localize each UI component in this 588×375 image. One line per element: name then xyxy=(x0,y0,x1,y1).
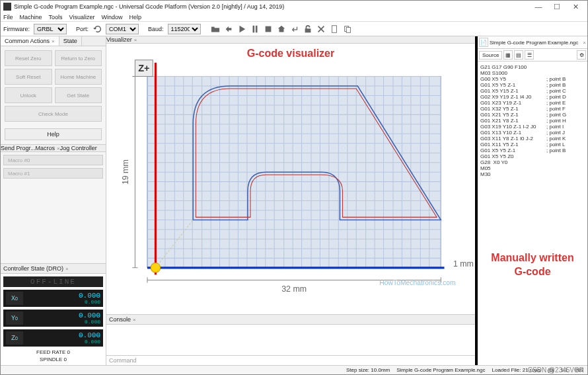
command-input[interactable] xyxy=(138,357,429,364)
gcode-line[interactable]: G01 X32 Y5 Z-1; point F xyxy=(480,106,585,112)
check-mode-button[interactable]: Check Mode xyxy=(5,106,102,122)
gcode-line[interactable]: G21 G17 G90 F100 xyxy=(480,64,585,70)
watermark: CSDN @2345VOR xyxy=(528,366,584,374)
reset-zero-button[interactable]: Reset Zero xyxy=(5,50,52,66)
axis-z-row: Z0 0.0000.000 xyxy=(3,329,103,347)
menu-window[interactable]: Window xyxy=(101,14,122,21)
folder-open-icon[interactable] xyxy=(210,24,221,34)
close-icon[interactable]: × xyxy=(134,37,137,43)
gcode-line[interactable]: M30 xyxy=(480,171,585,177)
titlebar: Simple G-code Program Example.ngc - Univ… xyxy=(1,1,587,13)
refresh-icon[interactable] xyxy=(92,24,103,34)
offline-status: OFF-LINE xyxy=(3,276,103,287)
tab-send-program[interactable]: Send Progr... xyxy=(1,145,36,151)
minimize-button[interactable]: — xyxy=(529,3,548,11)
stop-icon[interactable] xyxy=(263,24,274,34)
unlock-button[interactable]: Unlock xyxy=(5,87,52,103)
svg-rect-3 xyxy=(346,27,350,32)
axis-x-label[interactable]: X0 xyxy=(6,292,23,305)
close-button[interactable]: ✕ xyxy=(566,3,585,11)
gcode-line[interactable]: G01 X5 Y5 Z0 xyxy=(480,153,585,159)
close-icon[interactable]: × xyxy=(65,266,69,272)
tab-macros[interactable]: Macros× xyxy=(36,145,60,151)
dro-panel: OFF-LINE X0 0.0000.000 Y0 0.0000.000 Z0 … xyxy=(1,274,106,365)
window-title: Simple G-code Program Example.ngc - Univ… xyxy=(14,3,529,10)
firmware-select[interactable]: GRBL xyxy=(34,24,67,34)
home-icon[interactable] xyxy=(276,24,287,34)
port-label: Port: xyxy=(76,26,89,32)
menu-file[interactable]: File xyxy=(3,14,13,21)
spindle-label: SPINDLE 0 xyxy=(3,356,103,362)
maximize-button[interactable]: ☐ xyxy=(548,3,566,11)
gcode-line[interactable]: M05 xyxy=(480,165,585,171)
tab-jog-controller[interactable]: Jog Controller xyxy=(60,145,97,151)
statusbar: Step size: 10.0mm Simple G-code Program … xyxy=(1,365,587,374)
tab-state[interactable]: State xyxy=(59,36,82,46)
gcode-line[interactable]: G01 X5 Y15 Z-1; point C xyxy=(480,88,585,94)
source-tab[interactable]: Source xyxy=(479,51,502,60)
unlock-icon[interactable] xyxy=(303,24,313,34)
clipboard-icon[interactable] xyxy=(329,24,340,34)
status-step: Step size: 10.0mm xyxy=(346,367,390,373)
center-panel: Visualizer× G-code visualizer xyxy=(106,36,475,365)
manual-gcode-annotation: Manually writtenG-code xyxy=(478,251,587,279)
connect-icon[interactable] xyxy=(223,24,234,34)
macro-1-button[interactable]: Macro #1 xyxy=(3,168,103,179)
close-icon[interactable]: × xyxy=(583,40,586,46)
view-icon-2[interactable]: ▤ xyxy=(514,50,523,60)
gcode-line[interactable]: G01 X21 Y5 Z-1; point G xyxy=(480,112,585,118)
menu-machine[interactable]: Machine xyxy=(20,14,42,21)
axis-y-label[interactable]: Y0 xyxy=(6,312,23,325)
axis-z-label[interactable]: Z0 xyxy=(6,331,23,345)
help-button[interactable]: Help xyxy=(5,128,102,140)
gcode-line[interactable]: M03 S1000 xyxy=(480,70,585,76)
gcode-line[interactable]: G01 X11 Y5 Z-1; point L xyxy=(480,142,585,147)
menu-visualizer[interactable]: Visualizer xyxy=(69,14,95,21)
axis-z-machine: 0.000 xyxy=(23,339,100,345)
get-state-button[interactable]: Get State xyxy=(55,87,102,103)
gcode-line[interactable]: G01 X13 Y10 Z-1; point J xyxy=(480,130,585,136)
soft-reset-button[interactable]: Soft Reset xyxy=(5,69,52,85)
console-body[interactable] xyxy=(106,325,475,355)
menubar: File Machine Tools Visualizer Window Hel… xyxy=(1,13,587,22)
close-icon[interactable]: × xyxy=(133,317,136,323)
visualizer-annotation: G-code visualizer xyxy=(247,48,335,60)
reset-icon[interactable] xyxy=(316,24,326,34)
gcode-line[interactable]: G01 X21 Y8 Z-1; point H xyxy=(480,118,585,124)
tab-common-actions[interactable]: Common Actions× xyxy=(1,36,59,46)
gcode-line[interactable]: G01 X23 Y19 Z-1; point E xyxy=(480,100,585,106)
copy-icon[interactable] xyxy=(342,24,353,34)
close-icon[interactable]: × xyxy=(52,38,55,44)
pause-icon[interactable] xyxy=(250,24,260,34)
view-icon-3[interactable]: ☰ xyxy=(525,50,534,60)
visualizer-canvas[interactable]: G-code visualizer Z+ xyxy=(106,44,475,314)
view-icon-1[interactable]: ▦ xyxy=(503,50,513,60)
gcode-line[interactable]: G01 X5 Y5 Z-1; point B xyxy=(480,82,585,88)
play-icon[interactable] xyxy=(237,24,247,34)
firmware-label: Firmware: xyxy=(3,26,30,32)
gcode-editor[interactable]: G21 G17 G90 F100M03 S1000G00 X5 Y5; poin… xyxy=(478,62,587,365)
tab-visualizer[interactable]: Visualizer× xyxy=(106,36,137,43)
gcode-line[interactable]: G02 X9 Y19 Z-1 I4 J0; point D xyxy=(480,94,585,100)
return-zero-button[interactable]: Return to Zero xyxy=(55,50,102,66)
baud-select[interactable]: 115200 xyxy=(168,24,201,34)
menu-help[interactable]: Help xyxy=(129,14,141,21)
gcode-line[interactable]: G00 X5 Y5; point B xyxy=(480,76,585,82)
menu-tools[interactable]: Tools xyxy=(49,14,63,21)
baud-label: Baud: xyxy=(148,26,164,32)
gcode-line[interactable]: G01 X5 Y5 Z-1; point B xyxy=(480,147,585,153)
file-icon: 📄 xyxy=(479,38,488,47)
gcode-line[interactable]: G03 X19 Y10 Z-1 I-2 J0; point I xyxy=(480,124,585,130)
code-file-tab[interactable]: Simple G-code Program Example.ngc xyxy=(490,40,579,46)
return-icon[interactable] xyxy=(289,24,300,34)
gear-icon[interactable]: ⚙ xyxy=(577,50,586,60)
gcode-line[interactable]: G28 X0 Y0 xyxy=(480,159,585,165)
svg-rect-0 xyxy=(265,26,271,32)
gcode-line[interactable]: G03 X11 Y8 Z-1 I0 J-2; point K xyxy=(480,136,585,142)
svg-point-63 xyxy=(151,263,160,272)
toolbar: Firmware: GRBL Port: COM1 Baud: 115200 xyxy=(1,22,587,36)
macro-0-button[interactable]: Macro #0 xyxy=(3,155,103,165)
home-machine-button[interactable]: Home Machine xyxy=(55,69,102,85)
axis-x-work: 0.000 xyxy=(23,292,100,300)
port-select[interactable]: COM1 xyxy=(106,24,139,34)
